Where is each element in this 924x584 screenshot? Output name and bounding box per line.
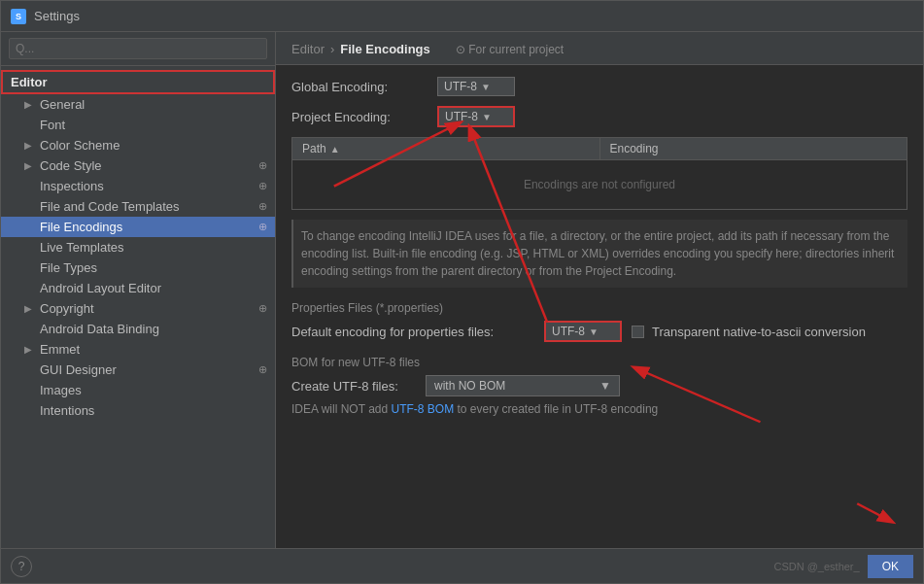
transparent-label: Transparent native-to-ascii conversion	[652, 325, 866, 339]
svg-text:S: S	[16, 12, 21, 21]
project-encoding-dropdown[interactable]: UTF-8 ▼	[437, 106, 515, 127]
sidebar-item-file-types[interactable]: ▶ File Types	[1, 258, 275, 278]
create-value: with NO BOM	[434, 379, 505, 393]
bom-note-prefix: IDEA will NOT add	[291, 402, 391, 416]
sidebar-item-inspections[interactable]: ▶ Inspections ⊕	[1, 176, 275, 196]
sidebar-label-color-scheme: Color Scheme	[40, 138, 267, 153]
project-encoding-label: Project Encoding:	[291, 110, 437, 124]
search-input[interactable]	[9, 38, 267, 59]
breadcrumb: Editor › File Encodings	[291, 42, 430, 56]
bom-link[interactable]: UTF-8 BOM	[391, 402, 454, 416]
create-label: Create UTF-8 files:	[291, 379, 418, 394]
panel-body: Global Encoding: UTF-8 ▼ Project Encodin…	[276, 65, 923, 548]
tree: Editor ▶ General ▶ Font ▶ Color Scheme	[1, 66, 275, 548]
breadcrumb-separator: ›	[330, 42, 334, 56]
sidebar-item-android-layout-editor[interactable]: ▶ Android Layout Editor	[1, 278, 275, 298]
sidebar-label-general: General	[40, 97, 267, 112]
settings-window: S Settings Editor ▶ General	[0, 0, 924, 584]
table-body: Encodings are not configured	[292, 160, 907, 209]
titlebar: S Settings	[1, 1, 923, 32]
encodings-table: Path ▲ Encoding Encodings are not config…	[291, 137, 907, 210]
sort-icon-path: ▲	[330, 144, 340, 155]
sidebar-label-intentions: Intentions	[40, 403, 267, 418]
copy-icon-copyright: ⊕	[258, 302, 267, 315]
create-row: Create UTF-8 files: with NO BOM ▼	[291, 375, 907, 396]
sidebar-item-live-templates[interactable]: ▶ Live Templates	[1, 237, 275, 258]
sidebar-item-intentions[interactable]: ▶ Intentions	[1, 400, 275, 421]
arrow-icon-general: ▶	[24, 99, 36, 110]
sidebar-item-file-and-code-templates[interactable]: ▶ File and Code Templates ⊕	[1, 196, 275, 217]
sidebar-label-images: Images	[40, 383, 267, 397]
sidebar-label-android-layout-editor: Android Layout Editor	[40, 281, 267, 295]
bom-section: BOM for new UTF-8 files Create UTF-8 fil…	[291, 356, 907, 416]
global-encoding-label: Global Encoding:	[291, 80, 437, 94]
table-header: Path ▲ Encoding	[292, 138, 907, 160]
transparent-row: Transparent native-to-ascii conversion	[632, 325, 866, 339]
sidebar-label-file-types: File Types	[40, 260, 267, 275]
window-title: Settings	[34, 9, 80, 23]
breadcrumb-current: File Encodings	[340, 42, 429, 56]
sidebar-item-images[interactable]: ▶ Images	[1, 380, 275, 400]
table-col-encoding: Encoding	[600, 138, 907, 159]
default-encoding-label: Default encoding for properties files:	[291, 325, 544, 339]
global-encoding-row: Global Encoding: UTF-8 ▼	[291, 77, 907, 96]
sidebar-label-gui-designer: GUI Designer	[40, 362, 255, 377]
global-encoding-arrow: ▼	[481, 82, 491, 92]
sidebar-item-emmet[interactable]: ▶ Emmet	[1, 339, 275, 360]
bom-note-suffix: to every created file in UTF-8 encoding	[454, 402, 658, 416]
copy-icon-gd: ⊕	[258, 363, 267, 376]
sidebar-label-copyright: Copyright	[40, 301, 255, 316]
sidebar-label-live-templates: Live Templates	[40, 240, 267, 255]
breadcrumb-parent: Editor	[291, 42, 325, 56]
sidebar-item-file-encodings[interactable]: ▶ File Encodings ⊕	[1, 217, 275, 237]
global-encoding-dropdown[interactable]: UTF-8 ▼	[437, 77, 515, 96]
arrow-icon-code-style: ▶	[24, 160, 36, 171]
arrow-icon-emmet: ▶	[24, 344, 36, 355]
copy-icon-fct: ⊕	[258, 200, 267, 213]
properties-section-title: Properties Files (*.properties)	[291, 301, 907, 315]
create-dropdown[interactable]: with NO BOM ▼	[426, 375, 620, 396]
sidebar-item-color-scheme[interactable]: ▶ Color Scheme	[1, 135, 275, 155]
copy-icon-fe: ⊕	[258, 221, 267, 233]
table-col-path: Path ▲	[292, 138, 600, 159]
arrow-icon-copyright: ▶	[24, 303, 36, 314]
global-encoding-value: UTF-8	[444, 80, 477, 93]
sidebar-item-font[interactable]: ▶ Font	[1, 115, 275, 135]
sidebar-label-emmet: Emmet	[40, 342, 267, 357]
table-empty-message: Encodings are not configured	[524, 178, 675, 191]
sidebar-item-editor[interactable]: Editor	[1, 70, 275, 94]
default-encoding-value: UTF-8	[552, 325, 585, 338]
watermark: CSDN @_esther_	[773, 561, 859, 572]
main-content: Editor ▶ General ▶ Font ▶ Color Scheme	[1, 32, 923, 548]
sidebar-item-android-data-binding[interactable]: ▶ Android Data Binding	[1, 319, 275, 339]
sidebar-label-file-and-code-templates: File and Code Templates	[40, 199, 255, 214]
default-encoding-row: Default encoding for properties files: U…	[291, 321, 907, 342]
ok-button[interactable]: OK	[868, 555, 913, 578]
default-encoding-dropdown[interactable]: UTF-8 ▼	[544, 321, 622, 342]
panel-header: Editor › File Encodings For current proj…	[276, 32, 923, 65]
sidebar: Editor ▶ General ▶ Font ▶ Color Scheme	[1, 32, 276, 548]
search-box	[1, 32, 275, 66]
sidebar-item-copyright[interactable]: ▶ Copyright ⊕	[1, 298, 275, 319]
sidebar-label-inspections: Inspections	[40, 179, 255, 193]
sidebar-item-general[interactable]: ▶ General	[1, 94, 275, 115]
transparent-checkbox[interactable]	[632, 326, 644, 338]
sidebar-label-editor: Editor	[11, 75, 265, 89]
project-encoding-value: UTF-8	[445, 110, 478, 123]
sidebar-label-android-data-binding: Android Data Binding	[40, 322, 267, 336]
sidebar-label-file-encodings: File Encodings	[40, 220, 255, 234]
bom-section-title: BOM for new UTF-8 files	[291, 356, 907, 369]
project-encoding-arrow: ▼	[482, 112, 492, 122]
app-icon: S	[11, 9, 26, 24]
sidebar-item-code-style[interactable]: ▶ Code Style ⊕	[1, 155, 275, 176]
copy-icon-code-style: ⊕	[258, 159, 267, 172]
for-project-label: For current project	[456, 43, 564, 56]
sidebar-item-gui-designer[interactable]: ▶ GUI Designer ⊕	[1, 360, 275, 380]
copy-icon-inspections: ⊕	[258, 180, 267, 192]
bottom-right: CSDN @_esther_ OK	[773, 555, 913, 578]
sidebar-label-font: Font	[40, 118, 267, 132]
help-button[interactable]: ?	[11, 556, 32, 577]
sidebar-label-code-style: Code Style	[40, 158, 255, 173]
create-arrow-down: ▼	[599, 379, 611, 393]
arrow-icon-color-scheme: ▶	[24, 140, 36, 151]
